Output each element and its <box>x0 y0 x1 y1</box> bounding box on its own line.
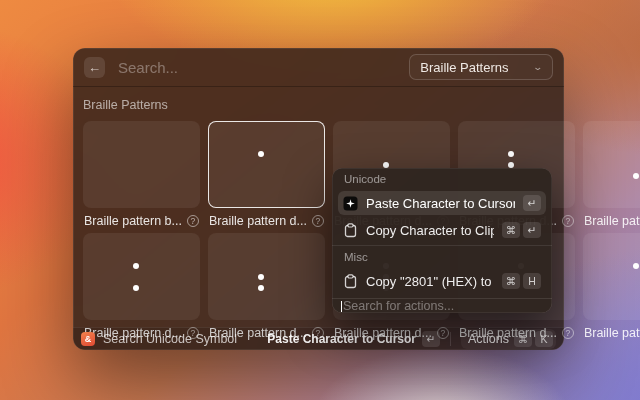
key-badge: ⌘ <box>502 222 520 238</box>
key-badge: K <box>535 331 553 347</box>
actions-label: Actions <box>468 332 509 346</box>
app-icon: & <box>81 332 95 346</box>
search-input[interactable] <box>116 58 380 77</box>
braille-dots <box>130 262 152 292</box>
key-badge: ↵ <box>523 222 541 238</box>
glyph-cell[interactable]: Braille pattern d...? <box>208 121 325 228</box>
braille-dot <box>508 162 514 168</box>
action-item[interactable]: Copy Character to Clipboard⌘↵ <box>338 218 546 242</box>
category-dropdown[interactable]: Braille Patterns ⌄ <box>409 54 553 80</box>
glyph-card[interactable] <box>83 233 200 320</box>
braille-dots <box>255 262 277 292</box>
primary-action-label[interactable]: Paste Character to Cursor <box>267 332 416 346</box>
action-item-label: Copy "2801" (HEX) to Clipboard <box>366 274 494 289</box>
glyph-cell[interactable]: Braille pattern b...? <box>83 121 200 228</box>
paste-cursor-icon <box>343 196 358 211</box>
braille-dots <box>255 150 277 180</box>
back-button[interactable]: ← <box>84 57 105 78</box>
glyph-card[interactable] <box>583 121 640 208</box>
glyph-cell[interactable]: Braille pattern d...? <box>583 121 640 228</box>
category-dropdown-value: Braille Patterns <box>420 60 508 75</box>
status-bar-divider <box>450 332 451 346</box>
key-badge: ⌘ <box>502 273 520 289</box>
glyph-label-text: Braille pattern d... <box>584 214 640 228</box>
braille-dots <box>630 150 640 180</box>
glyph-card[interactable] <box>583 233 640 320</box>
actions-shortcut-keys: ⌘K <box>514 331 553 347</box>
glyph-cell[interactable]: Braille pattern d...? <box>208 233 325 340</box>
glyph-cell[interactable]: Braille pattern d...? <box>583 233 640 340</box>
glyph-card[interactable] <box>83 121 200 208</box>
action-item[interactable]: Paste Character to Cursor↵ <box>338 191 546 215</box>
braille-dot <box>133 285 139 291</box>
action-item-shortcut: ⌘H <box>502 273 541 289</box>
panel-divider <box>332 245 552 246</box>
clipboard-icon <box>343 223 358 238</box>
glyph-card[interactable] <box>208 121 325 208</box>
help-icon[interactable]: ? <box>187 215 199 227</box>
text-caret <box>341 301 342 312</box>
action-panel-list: UnicodePaste Character to Cursor↵Copy Ch… <box>332 168 552 298</box>
braille-dots <box>130 150 152 180</box>
key-badge: H <box>523 273 541 289</box>
panel-section-title: Unicode <box>344 173 540 187</box>
braille-dots <box>630 262 640 292</box>
braille-dot <box>383 162 389 168</box>
panel-section-title: Misc <box>344 251 540 265</box>
glyph-card[interactable] <box>208 233 325 320</box>
action-panel: UnicodePaste Character to Cursor↵Copy Ch… <box>332 168 552 313</box>
help-icon[interactable]: ? <box>562 215 574 227</box>
clipboard-icon <box>343 274 358 289</box>
glyph-cell[interactable]: Braille pattern d...? <box>83 233 200 340</box>
action-item-shortcut: ↵ <box>523 195 541 211</box>
return-key-badge: ↵ <box>422 331 440 347</box>
window-topbar: ← Braille Patterns ⌄ <box>73 48 564 87</box>
braille-dot <box>633 173 639 179</box>
glyph-label-text: Braille pattern b... <box>84 214 182 228</box>
braille-dot <box>258 285 264 291</box>
braille-dot <box>258 151 264 157</box>
braille-dot <box>258 274 264 280</box>
glyph-label-text: Braille pattern d... <box>584 326 640 340</box>
key-badge: ↵ <box>523 195 541 211</box>
chevron-down-icon: ⌄ <box>533 62 544 72</box>
glyph-label: Braille pattern d...? <box>583 325 640 340</box>
braille-dot <box>508 151 514 157</box>
glyph-label: Braille pattern d...? <box>583 213 640 228</box>
action-search-input[interactable] <box>343 299 543 313</box>
glyph-label: Braille pattern b...? <box>83 213 200 228</box>
braille-dot <box>133 263 139 269</box>
help-icon[interactable]: ? <box>312 215 324 227</box>
glyph-label: Braille pattern d...? <box>208 213 325 228</box>
action-item[interactable]: Copy "2801" (HEX) to Clipboard⌘H <box>338 269 546 293</box>
action-item-label: Copy Character to Clipboard <box>366 223 494 238</box>
braille-dot <box>633 263 639 269</box>
section-title: Braille Patterns <box>83 98 554 112</box>
back-arrow-icon: ← <box>88 61 101 74</box>
status-bar-right: Paste Character to Cursor ↵ Actions ⌘K <box>267 329 556 349</box>
app-icon-glyph: & <box>85 334 92 344</box>
action-panel-footer <box>332 298 552 313</box>
actions-button[interactable]: Actions ⌘K <box>461 329 556 349</box>
key-badge: ⌘ <box>514 331 532 347</box>
action-item-label: Paste Character to Cursor <box>366 196 515 211</box>
app-label: Search Unicode Symbol <box>103 332 237 346</box>
glyph-label-text: Braille pattern d... <box>209 214 307 228</box>
action-item-shortcut: ⌘↵ <box>502 222 541 238</box>
status-bar: & Search Unicode Symbol Paste Character … <box>73 327 564 350</box>
